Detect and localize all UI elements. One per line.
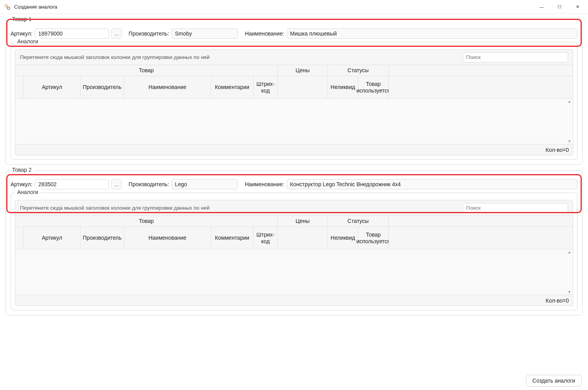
grid2-group-panel[interactable]: Перетяните сюда мышкой заголовок колонки…	[15, 200, 573, 216]
grid2-search-input[interactable]	[463, 203, 568, 213]
grid1-scroll-up-icon[interactable]: ▲	[568, 100, 571, 103]
label-manufacturer: Производитель:	[129, 30, 169, 37]
grid2-count: Кол-во=0	[546, 297, 569, 304]
grid1-header: Товар Цены Статусы Артикул Производитель…	[15, 65, 573, 99]
grid1-band-status[interactable]: Статусы	[328, 65, 389, 76]
grid1-col-fill	[389, 76, 573, 99]
titlebar: Создание аналога — ☐ ✕	[0, 0, 588, 14]
analogs-box-2: Аналоги Перетяните сюда мышкой заголовок…	[11, 192, 577, 310]
grid1-col-prices[interactable]	[278, 76, 328, 99]
grid1-band-tovar[interactable]: Товар	[15, 65, 278, 76]
grid1-group-hint: Перетяните сюда мышкой заголовок колонки…	[20, 54, 459, 60]
label-article: Артикул:	[11, 30, 32, 37]
grid2-col-used[interactable]: Товар используется	[358, 227, 389, 249]
grid2-footer: Кол-во=0	[15, 295, 573, 306]
groupbox-legend-product1: Товар 1	[10, 16, 34, 22]
grid2-col-fill	[389, 227, 573, 249]
close-button[interactable]: ✕	[568, 1, 586, 13]
analogs-legend-1: Аналоги	[15, 38, 41, 45]
app-window: Создание аналога — ☐ ✕ Товар 1 Артикул: …	[0, 0, 588, 390]
svg-point-0	[5, 4, 7, 7]
analogs-box-1: Аналоги Перетяните сюда мышкой заголовок…	[11, 42, 577, 160]
product2-article-input[interactable]	[35, 179, 109, 189]
grid2-col-article[interactable]: Артикул	[24, 227, 80, 249]
grid2-col-name[interactable]: Наименование	[124, 227, 211, 249]
grid2-rowsel-header[interactable]	[15, 227, 24, 249]
svg-point-1	[7, 7, 10, 9]
analogs-legend-2: Аналоги	[15, 189, 41, 195]
product1-row: Артикул: ... Производитель: Наименование…	[11, 28, 577, 39]
action-bar: Создать аналоги	[0, 371, 588, 390]
grid1-body[interactable]: ▲ ▼	[15, 99, 573, 144]
grid2-col-prices[interactable]	[278, 227, 328, 249]
create-analogs-button[interactable]: Создать аналоги	[526, 375, 582, 386]
product1-manufacturer-input[interactable]	[172, 28, 238, 39]
grid2-band-prices[interactable]: Цены	[278, 216, 328, 227]
grid-1: Перетяните сюда мышкой заголовок колонки…	[15, 49, 573, 155]
maximize-button[interactable]: ☐	[550, 1, 568, 13]
app-icon	[4, 4, 11, 11]
grid1-scroll-down-icon[interactable]: ▼	[568, 139, 571, 143]
grid1-col-used[interactable]: Товар используется	[358, 76, 389, 99]
groupbox-product2: Товар 2 Артикул: ... Производитель: Наим…	[5, 170, 583, 315]
product1-name-input[interactable]	[287, 28, 577, 39]
grid1-band-fill	[389, 65, 573, 76]
grid2-body[interactable]: ▲ ▼	[15, 249, 573, 295]
product2-name-input[interactable]	[287, 179, 577, 189]
grid1-col-manufacturer[interactable]: Производитель	[80, 76, 124, 99]
product1-lookup-button[interactable]: ...	[111, 28, 122, 39]
product2-row: Артикул: ... Производитель: Наименование…	[11, 179, 577, 189]
groupbox-legend-product2: Товар 2	[10, 167, 34, 173]
grid2-col-barcode[interactable]: Штрих-код	[254, 227, 278, 249]
grid1-col-name[interactable]: Наименование	[124, 76, 211, 99]
label-manufacturer-2: Производитель:	[129, 181, 169, 187]
groupbox-product1: Товар 1 Артикул: ... Производитель: Наим…	[5, 20, 583, 165]
grid2-col-comment[interactable]: Комментарии	[211, 227, 254, 249]
grid1-rowsel-header[interactable]	[15, 76, 24, 99]
minimize-button[interactable]: —	[533, 1, 550, 13]
grid1-count: Кол-во=0	[546, 147, 569, 153]
grid2-band-status[interactable]: Статусы	[328, 216, 389, 227]
grid2-scroll-down-icon[interactable]: ▼	[568, 290, 571, 294]
label-name-2: Наименование:	[245, 181, 284, 187]
grid1-col-comment[interactable]: Комментарии	[211, 76, 254, 99]
label-name: Наименование:	[245, 30, 284, 37]
grid2-band-tovar[interactable]: Товар	[15, 216, 278, 227]
product2-manufacturer-input[interactable]	[172, 179, 238, 189]
grid2-group-hint: Перетяните сюда мышкой заголовок колонки…	[20, 205, 459, 211]
grid1-col-article[interactable]: Артикул	[24, 76, 80, 99]
grid1-band-prices[interactable]: Цены	[278, 65, 328, 76]
grid1-col-barcode[interactable]: Штрих-код	[254, 76, 278, 99]
grid2-header: Товар Цены Статусы Артикул Производитель…	[15, 216, 573, 249]
window-title: Создание аналога	[14, 4, 57, 10]
grid2-col-manufacturer[interactable]: Производитель	[80, 227, 124, 249]
grid2-band-fill	[389, 216, 573, 227]
grid1-search-input[interactable]	[463, 52, 568, 62]
grid2-scroll-up-icon[interactable]: ▲	[568, 250, 571, 254]
content-area: Товар 1 Артикул: ... Производитель: Наим…	[0, 14, 588, 371]
product1-article-input[interactable]	[35, 28, 109, 39]
product2-lookup-button[interactable]: ...	[111, 179, 122, 189]
grid-2: Перетяните сюда мышкой заголовок колонки…	[15, 200, 573, 306]
grid1-footer: Кол-во=0	[15, 144, 573, 155]
label-article-2: Артикул:	[11, 181, 32, 187]
grid1-group-panel[interactable]: Перетяните сюда мышкой заголовок колонки…	[15, 50, 573, 65]
